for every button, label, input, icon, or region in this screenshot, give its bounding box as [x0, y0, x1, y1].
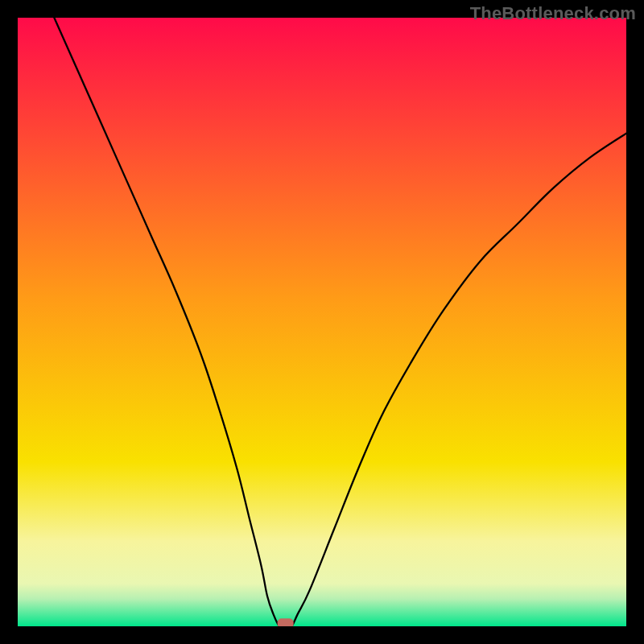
optimal-marker [278, 618, 294, 626]
watermark-text: TheBottleneck.com [470, 3, 636, 24]
chart-frame: TheBottleneck.com [0, 0, 644, 644]
plot-area [18, 18, 626, 626]
gradient-background [18, 18, 626, 626]
chart-svg [18, 18, 626, 626]
